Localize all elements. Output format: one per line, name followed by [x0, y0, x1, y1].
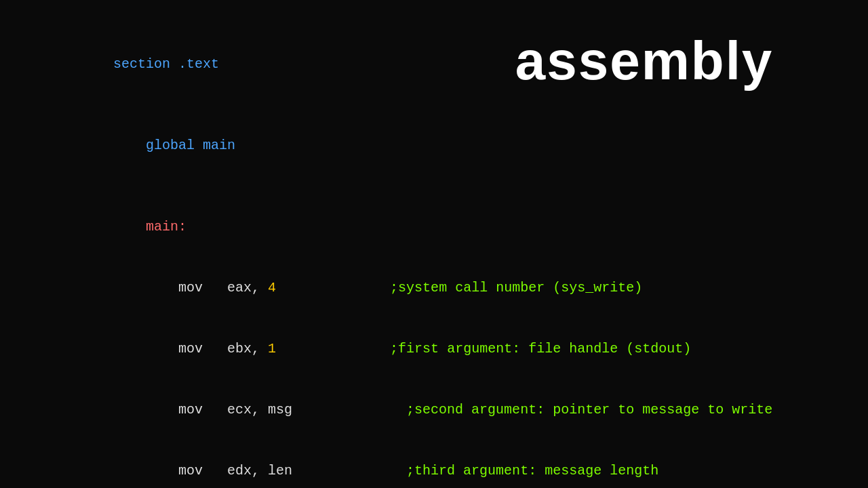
- code-block: section .text global main main: mov eax,…: [64, 34, 868, 488]
- main-label-line: main:: [64, 197, 868, 258]
- main-label: main:: [113, 219, 186, 235]
- code-line-4: mov edx, len ;third argument: message le…: [64, 441, 868, 488]
- num-1: 4: [268, 280, 276, 296]
- code-line-2: mov ebx, 1 ;first argument: file handle …: [64, 319, 868, 380]
- instr-2: mov ebx,: [113, 341, 268, 357]
- instr-4: mov edx, len: [113, 463, 390, 479]
- code-line-3: mov ecx, msg ;second argument: pointer t…: [64, 380, 868, 441]
- empty-line-2: [64, 176, 868, 197]
- section-keyword: section .text: [113, 56, 219, 72]
- instr-3: mov ecx, msg: [113, 402, 390, 418]
- code-line-1: mov eax, 4 ;system call number (sys_writ…: [64, 258, 868, 319]
- comment-2: ;first argument: file handle (stdout): [374, 341, 691, 357]
- comment-3: ;second argument: pointer to message to …: [390, 402, 772, 418]
- num-2: 1: [268, 341, 276, 357]
- page-title: assembly: [420, 20, 868, 102]
- comment-1: ;system call number (sys_write): [374, 280, 642, 296]
- global-keyword: global main: [113, 138, 235, 153]
- main-container: assembly section .text global main main:…: [0, 0, 868, 488]
- comment-4: ;third argument: message length: [390, 463, 658, 479]
- instr-1: mov eax,: [113, 280, 268, 296]
- global-main-line: global main: [64, 115, 868, 176]
